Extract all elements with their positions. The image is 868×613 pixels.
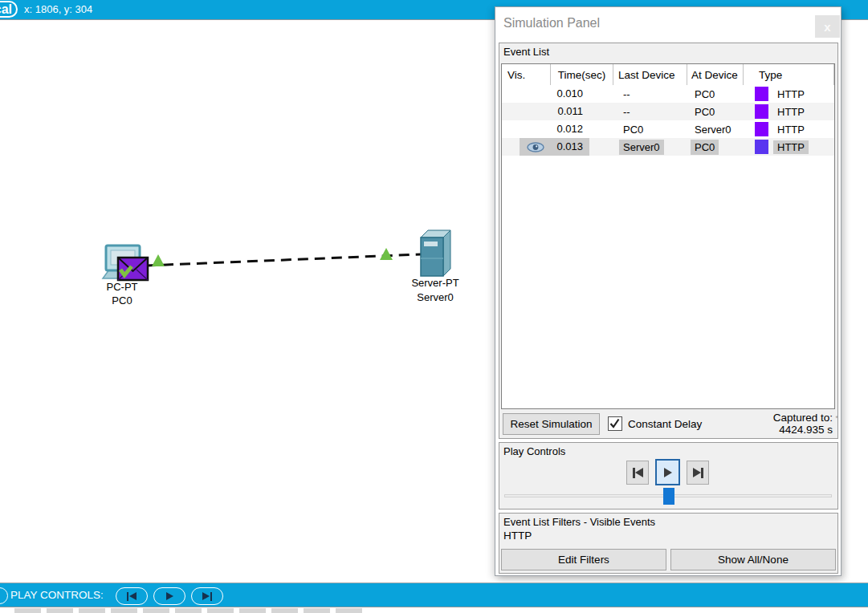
event-row-selected[interactable]: 0.013 Server0 PC0 HTTP <box>502 138 834 156</box>
bar-play-button[interactable] <box>153 587 185 605</box>
column-header-vis[interactable]: Vis. <box>502 64 551 85</box>
captured-to-value: 4424.935 s <box>773 424 833 436</box>
bar-glyph <box>701 468 703 478</box>
play-controls-group: Play Controls <box>499 442 838 509</box>
event-row[interactable]: 0.012 PC0 Server0 HTTP <box>502 120 834 138</box>
clipped-swatch <box>14 608 41 613</box>
packet-color-swatch <box>755 140 768 154</box>
play-icon <box>166 592 173 600</box>
triangle-left-icon <box>635 468 643 477</box>
event-list-table: Vis. Time(sec) Last Device At Device Typ… <box>501 63 835 409</box>
event-list-label: Event List <box>499 43 837 58</box>
server-model-label: Server-PT <box>387 277 483 289</box>
server-device-icon[interactable] <box>421 230 450 276</box>
play-controls-label: Play Controls <box>499 443 837 457</box>
clipped-swatch <box>239 608 266 613</box>
simulation-panel: Simulation Panel x Event List Vis. Time(… <box>495 6 842 576</box>
filters-label: Event List Filters - Visible Events <box>499 514 837 528</box>
simulation-panel-title: Simulation Panel <box>503 16 600 30</box>
captured-to-label: Captured to: <box>773 412 833 424</box>
play-button[interactable] <box>655 459 680 485</box>
close-icon[interactable]: x <box>815 15 840 38</box>
clipped-swatch <box>47 608 73 613</box>
packet-color-swatch <box>755 104 768 119</box>
event-table-header: Vis. Time(sec) Last Device At Device Typ… <box>502 64 834 85</box>
reset-simulation-button[interactable]: Reset Simulation <box>503 413 600 435</box>
event-list-filters-group: Event List Filters - Visible Events HTTP… <box>499 513 838 574</box>
skip-to-end-button[interactable] <box>687 461 709 485</box>
bottom-play-controls-bar: PLAY CONTROLS: <box>0 583 868 607</box>
clipped-swatch <box>143 608 169 613</box>
edit-filters-button[interactable]: Edit Filters <box>501 549 666 570</box>
bar-glyph <box>127 592 129 601</box>
clipped-swatch <box>304 608 330 613</box>
captured-asterisk: * <box>835 412 838 424</box>
play-icon <box>664 468 672 477</box>
logical-view-toggle-button[interactable]: cal <box>0 1 18 18</box>
clipped-swatch <box>336 608 362 613</box>
server-name-label: Server0 <box>387 291 483 303</box>
play-controls-bar-label: PLAY CONTROLS: <box>10 589 104 601</box>
clipped-bottom-strip <box>0 608 868 613</box>
event-list-controls: Reset Simulation Constant Delay Captured… <box>501 411 835 436</box>
column-header-at-device[interactable]: At Device <box>687 64 744 85</box>
triangle-right-icon <box>202 592 210 600</box>
event-row[interactable]: 0.010 -- PC0 HTTP <box>502 85 834 103</box>
packet-tracer-window: cal x: 1806, y: 304 <box>0 0 868 613</box>
pc-model-label: PC-PT <box>74 281 170 293</box>
event-triangle-server[interactable] <box>380 248 393 260</box>
packet-envelope-icon[interactable] <box>118 258 148 280</box>
captured-to-readout: Captured to: 4424.935 s * <box>773 412 835 436</box>
clipped-swatch <box>271 608 298 613</box>
event-triangle-pc[interactable] <box>152 254 165 266</box>
check-mark-icon <box>609 417 621 429</box>
event-list-group: Event List Vis. Time(sec) Last Device At… <box>499 43 838 439</box>
cursor-coordinates: x: 1806, y: 304 <box>24 3 92 15</box>
ethernet-link[interactable] <box>146 254 421 266</box>
bar-glyph <box>210 592 213 601</box>
clipped-swatch <box>207 608 234 613</box>
packet-color-swatch <box>755 87 768 101</box>
workspace-canvas[interactable]: PC-PT PC0 Server-PT Server0 <box>0 21 495 583</box>
constant-delay-label: Constant Delay <box>628 418 702 430</box>
clipped-swatch <box>79 608 105 613</box>
clipped-pill-button[interactable] <box>0 587 8 604</box>
triangle-left-icon <box>129 592 137 600</box>
bar-back-to-start-button[interactable] <box>116 587 148 605</box>
eye-icon <box>527 142 544 152</box>
pc-name-label: PC0 <box>74 294 170 306</box>
column-header-type[interactable]: Type <box>744 64 834 85</box>
triangle-right-icon <box>693 468 701 477</box>
packet-color-swatch <box>755 122 768 136</box>
bar-skip-to-end-button[interactable] <box>191 587 223 605</box>
clipped-swatch <box>111 608 137 613</box>
visible-events-value: HTTP <box>499 530 837 542</box>
column-header-time[interactable]: Time(sec) <box>551 64 613 85</box>
column-header-last-device[interactable]: Last Device <box>613 64 687 85</box>
constant-delay-checkbox[interactable] <box>608 416 622 431</box>
playback-slider-handle[interactable] <box>663 488 674 505</box>
back-to-start-button[interactable] <box>626 461 649 485</box>
clipped-swatch <box>175 608 202 613</box>
event-row[interactable]: 0.011 -- PC0 HTTP <box>502 103 834 120</box>
show-all-none-button[interactable]: Show All/None <box>670 549 836 570</box>
